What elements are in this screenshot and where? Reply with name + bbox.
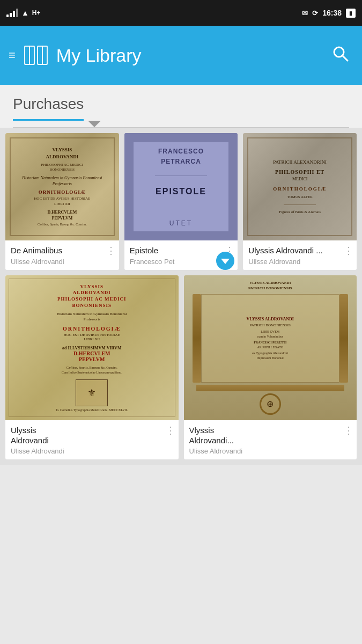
book-info: ⋮ Epistole Francesco Pet [124, 240, 238, 270]
book-author: Ulisse Aldrovandi [189, 447, 352, 455]
svg-line-7 [343, 56, 348, 61]
book-info: ⋮ Ulyssis Aldrovandi ... Ulisse Aldrovan… [243, 240, 357, 270]
book-title: De Animalibus [11, 246, 101, 256]
more-options-button[interactable]: ⋮ [106, 246, 116, 255]
book-author: Ulisse Aldrovandi [11, 258, 114, 266]
book-info: ⋮ De Animalibus Ulisse Aldrovandi [5, 240, 119, 270]
menu-button[interactable]: ≡ [9, 48, 16, 62]
battery-icon: ▮ [346, 9, 356, 18]
app-bar: ≡ My Library [0, 26, 362, 85]
book-author: Ulisse Aldrovand [248, 258, 351, 266]
book-card[interactable]: FRANCESCOPETRARCA EPISTOLE UTET ⋮ Episto… [124, 133, 238, 270]
book-card[interactable]: VLYSSISALDROVANDIPHILOSOPHI AC MEDICIBON… [5, 275, 179, 460]
hplus-icon: H+ [32, 9, 41, 17]
book-card[interactable]: PATRICII ALEXANDRINI PHILOSOPHI ET MEDIC… [243, 133, 357, 270]
app-logo [22, 41, 50, 69]
app-bar-left: ≡ My Library [9, 41, 142, 69]
book-title: VlyssisAldrovandi... [189, 426, 339, 446]
book-info: ⋮ UlyssisAldrovandi Ulisse Aldrovandi [5, 420, 179, 460]
more-options-button[interactable]: ⋮ [344, 246, 353, 255]
status-right: ✉ ⟳ 16:38 ▮ [302, 9, 356, 18]
more-options-button[interactable]: ⋮ [166, 426, 175, 435]
tab-section: Purchases [0, 85, 362, 128]
book-title: Ulyssis Aldrovandi ... [248, 246, 338, 256]
book-card[interactable]: VLYSSISALDROVANDI PHILOSOPHI AC MEDICIBO… [5, 133, 119, 270]
wifi-icon: ▲ [21, 9, 29, 17]
search-button[interactable] [328, 41, 353, 70]
book-cover: PATRICII ALEXANDRINI PHILOSOPHI ET MEDIC… [243, 133, 357, 240]
tab-purchases[interactable]: Purchases [13, 96, 84, 121]
tab-indicator [88, 121, 101, 127]
books-grid-bottom: VLYSSISALDROVANDIPHILOSOPHI AC MEDICIBON… [0, 275, 362, 465]
sync-icon: ⟳ [312, 9, 318, 17]
app-title: My Library [56, 45, 142, 66]
book-cover: VLYSSIS ALDROVANDIPATRICII BONONIENSIS V… [184, 275, 357, 420]
more-options-button[interactable]: ⋮ [344, 426, 353, 435]
mail-icon: ✉ [302, 9, 308, 17]
download-badge[interactable] [216, 252, 234, 270]
book-info: ⋮ VlyssisAldrovandi... Ulisse Aldrovandi [184, 420, 357, 460]
time-display: 16:38 [322, 9, 342, 17]
book-cover: FRANCESCOPETRARCA EPISTOLE UTET [124, 133, 238, 240]
book-cover: VLYSSISALDROVANDI PHILOSOPHI AC MEDICIBO… [5, 133, 119, 240]
status-bar: ▲ H+ ✉ ⟳ 16:38 ▮ [0, 0, 362, 26]
book-cover: VLYSSISALDROVANDIPHILOSOPHI AC MEDICIBON… [5, 275, 179, 420]
book-title: UlyssisAldrovandi [11, 426, 160, 446]
signal-icon [6, 9, 18, 17]
book-author: Ulisse Aldrovandi [11, 447, 173, 455]
books-grid-top: VLYSSISALDROVANDI PHILOSOPHI AC MEDICIBO… [0, 128, 362, 275]
book-card[interactable]: VLYSSIS ALDROVANDIPATRICII BONONIENSIS V… [184, 275, 357, 460]
book-title: Epistole [130, 246, 220, 256]
status-left: ▲ H+ [6, 9, 41, 17]
